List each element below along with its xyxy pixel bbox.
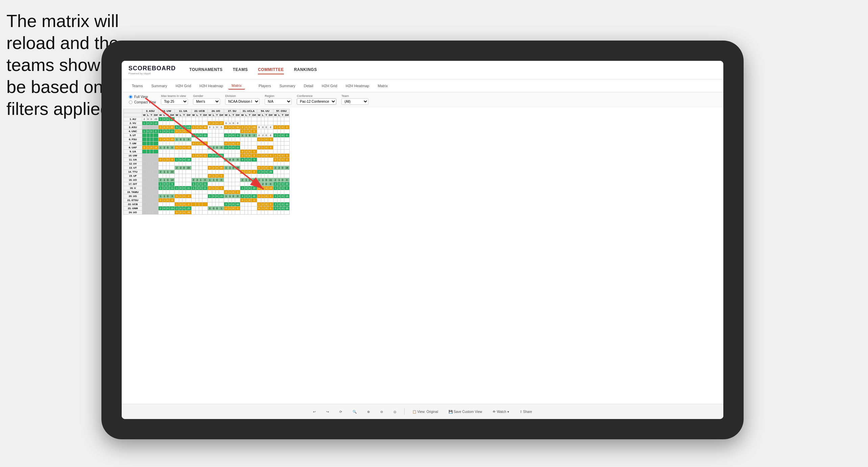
table-row: 9. UA0200 (124, 150, 290, 154)
nav-tournaments[interactable]: TOURNAMENTS (189, 66, 223, 74)
watch-button[interactable]: 👁 Watch ▾ (490, 409, 512, 415)
cell-wins: 1 (240, 186, 245, 190)
undo-button[interactable]: ↩ (310, 409, 318, 415)
search-button[interactable]: 🔍 (350, 409, 359, 415)
cell-losses (228, 178, 232, 182)
cell-ties (166, 202, 169, 206)
cell-ties (281, 121, 284, 125)
cell-wins (208, 133, 212, 138)
cell-losses (278, 146, 281, 150)
cell-wins (208, 198, 212, 202)
cell-wins (159, 150, 163, 154)
zoom-in-button[interactable]: ⊕ (364, 409, 372, 415)
sub-h2h-heatmap[interactable]: H2H Heatmap (196, 82, 226, 89)
max-teams-select[interactable]: Top 25 (161, 98, 188, 105)
cell-wins (208, 150, 212, 154)
cell-diff: 0 (219, 146, 224, 150)
sub-h2h-grid[interactable]: H2H Grid (172, 82, 194, 89)
conference-select[interactable]: Pac-12 Conference (297, 98, 336, 105)
tablet-device: SCOREBOARD Powered by clippd TOURNAMENTS… (101, 41, 744, 439)
cell-ties: 0 (166, 178, 169, 182)
cell-ties (248, 121, 251, 125)
cell-diff: 0 (235, 190, 240, 194)
gender-select[interactable]: Men's (193, 98, 220, 105)
sub-players-h2h-heatmap[interactable]: H2H Heatmap (342, 82, 373, 89)
sh-l6: L (228, 113, 232, 117)
division-select[interactable]: NCAA Division I (225, 98, 260, 105)
sub-players-h2h-grid[interactable]: H2H Grid (318, 82, 341, 89)
fit-button[interactable]: ◎ (391, 409, 399, 415)
cell-diff (284, 170, 290, 174)
nav-rankings[interactable]: RANKINGS (294, 66, 317, 74)
cell-diff (235, 170, 240, 174)
cell-wins: 0 (257, 133, 261, 138)
cell-ties: 0 (248, 125, 251, 129)
sub-summary[interactable]: Summary (148, 82, 170, 89)
matrix-container[interactable]: 3. ASU 10. UW 11. UA 22. UCB 24. UO 27. … (122, 107, 723, 419)
cell-ties: 0 (248, 194, 251, 198)
sub-players-matrix[interactable]: Matrix (374, 82, 391, 89)
nav-committee[interactable]: COMMITTEE (258, 66, 284, 74)
cell-diff (235, 129, 240, 133)
redo-button[interactable]: ↪ (323, 409, 332, 415)
cell-ties: 0 (183, 194, 186, 198)
team-select[interactable]: (All) (341, 98, 368, 105)
zoom-out-button[interactable]: ⊖ (378, 409, 386, 415)
cell-ties (281, 170, 284, 174)
cell-wins: 2 (208, 121, 212, 125)
sub-matrix[interactable]: Matrix (228, 82, 245, 90)
cell-wins (240, 174, 245, 178)
cell-ties: 0 (215, 206, 219, 211)
cell-wins (273, 174, 278, 178)
cell-diff: 0 (251, 178, 257, 182)
share-button[interactable]: ⇪ Share (517, 409, 535, 415)
cell-wins (191, 174, 196, 178)
refresh-button[interactable]: ⟳ (337, 409, 345, 415)
cell-wins: 0 (208, 125, 212, 129)
cell-diff (169, 150, 175, 154)
cell-diff: 11 (202, 186, 208, 190)
cell-wins (208, 142, 212, 146)
view-original-button[interactable]: 📋 View: Original (410, 409, 441, 415)
cell-losses: 1 (261, 138, 265, 142)
cell-losses (212, 158, 215, 162)
cell-wins: 0 (224, 190, 228, 194)
cell-ties (265, 174, 268, 178)
cell-ties (183, 121, 186, 125)
cell-ties (248, 142, 251, 146)
sub-teams[interactable]: Teams (128, 82, 146, 89)
cell-wins (159, 202, 163, 206)
save-custom-view-button[interactable]: 💾 Save Custom View (446, 409, 485, 415)
cell-losses (196, 194, 199, 198)
full-view-radio[interactable]: Full View (128, 95, 156, 99)
cell-losses: 1 (261, 178, 265, 182)
row-label: 19. TAMU (124, 190, 142, 194)
cell-losses: 0 (179, 138, 183, 142)
cell-ties: 0 (166, 117, 169, 121)
cell-losses: 4 (163, 125, 166, 129)
cell-ties: 0 (281, 202, 284, 206)
cell-losses (212, 162, 215, 166)
cell-wins (142, 202, 147, 206)
cell-wins (159, 121, 163, 125)
col-uu: 54. UU (257, 109, 273, 113)
subheader-corner (124, 113, 142, 117)
row-label: 4. UNC (124, 129, 142, 133)
cell-losses (196, 138, 199, 142)
cell-losses: 0 (228, 125, 232, 129)
row-label: 21. ETSU (124, 198, 142, 202)
cell-diff (202, 194, 208, 198)
cell-wins (257, 150, 261, 154)
cell-losses (212, 170, 215, 174)
cell-diff: 0 (202, 178, 208, 182)
sub-detail[interactable]: Detail (300, 82, 317, 89)
cell-diff: 46 (251, 194, 257, 198)
compact-view-radio[interactable]: Compact View (128, 100, 156, 104)
region-select[interactable]: N/A (265, 98, 292, 105)
sub-players-summary[interactable]: Summary (276, 82, 299, 89)
row-label: 24. UO (124, 211, 142, 215)
sub-players[interactable]: Players (255, 82, 274, 89)
cell-diff (251, 202, 257, 206)
row-label: 10. UW (124, 154, 142, 158)
nav-teams[interactable]: TEAMS (233, 66, 248, 74)
